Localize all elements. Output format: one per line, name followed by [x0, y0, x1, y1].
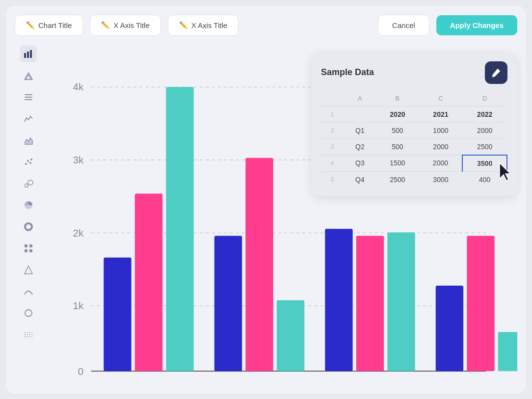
- svg-text:Q1: Q1: [143, 382, 158, 385]
- sidebar-icon-bubble[interactable]: [20, 175, 37, 192]
- svg-point-11: [30, 159, 32, 160]
- cell-1-3[interactable]: 1000: [419, 122, 463, 138]
- table-header-row: A B C D: [321, 91, 507, 106]
- col-header-d: D: [462, 91, 507, 106]
- sidebar-icon-mountain[interactable]: [20, 67, 37, 84]
- cell-3-1[interactable]: Q3: [344, 155, 376, 172]
- table-row: 4Q3150020003500: [321, 155, 507, 172]
- cell-0-2: 2020: [376, 106, 419, 122]
- apply-changes-button[interactable]: Apply Changes: [436, 15, 517, 35]
- sidebar-icon-arc[interactable]: [20, 283, 37, 300]
- bar-q1-2020: [104, 257, 131, 371]
- pencil-icon-xaxis1: ✏️: [101, 21, 109, 29]
- cancel-label: Cancel: [392, 21, 415, 29]
- svg-text:Q2: Q2: [252, 382, 267, 385]
- bar-q4-2021: [467, 236, 494, 371]
- bar-q2-2022: [277, 300, 304, 371]
- x-axis-title-label-2: X Axis Title: [191, 21, 227, 29]
- table-row: 5Q425003000400: [321, 171, 507, 187]
- svg-point-20: [25, 310, 32, 317]
- cell-0-0: 1: [321, 106, 344, 122]
- edit-data-button[interactable]: [485, 61, 507, 84]
- sidebar-icon-area[interactable]: [20, 132, 37, 149]
- cell-0-1: [344, 106, 376, 122]
- col-header-a: A: [344, 91, 376, 106]
- cell-2-4[interactable]: 2500: [462, 138, 507, 155]
- sample-data-panel: Sample Data A B C D: [311, 53, 517, 196]
- apply-changes-label: Apply Changes: [450, 21, 504, 29]
- svg-marker-19: [25, 266, 32, 274]
- cell-1-1[interactable]: Q1: [344, 122, 376, 138]
- col-header-empty: [321, 91, 344, 106]
- sidebar-icon-bar-chart[interactable]: [20, 46, 37, 62]
- chart-title-label: Chart Title: [38, 21, 72, 29]
- svg-text:Q3: Q3: [363, 382, 377, 385]
- cancel-button[interactable]: Cancel: [378, 15, 429, 36]
- sidebar-icon-pie[interactable]: [20, 197, 37, 213]
- bar-q3-2020: [325, 229, 352, 371]
- bar-q3-2022: [387, 232, 415, 371]
- bar-q3-2021: [356, 236, 384, 371]
- pencil-icon-xaxis2: ✏️: [179, 21, 187, 29]
- pencil-icon-chart: ✏️: [26, 21, 34, 29]
- cell-0-3: 2021: [419, 106, 463, 122]
- sidebar-icon-triangle[interactable]: [20, 262, 37, 278]
- svg-rect-7: [25, 99, 32, 100]
- sidebar-icon-circle[interactable]: [20, 305, 37, 321]
- table-row: 3Q250020002500: [321, 138, 507, 155]
- table-row: 1202020212022: [321, 106, 507, 122]
- cell-2-2[interactable]: 500: [376, 138, 419, 155]
- col-header-b: B: [376, 91, 419, 106]
- x-axis-title-label-1: X Axis Title: [113, 21, 149, 29]
- svg-text:0: 0: [78, 365, 83, 376]
- cell-3-3[interactable]: 2000: [419, 155, 463, 172]
- cell-4-2[interactable]: 2500: [376, 171, 419, 187]
- bar-q1-2022: [166, 87, 193, 371]
- col-header-c: C: [419, 91, 463, 106]
- svg-point-9: [27, 160, 29, 162]
- sample-data-table: A B C D 12020202120222Q1500100020003Q250…: [321, 91, 507, 187]
- svg-rect-18: [29, 249, 32, 252]
- cell-1-2[interactable]: 500: [376, 122, 419, 138]
- sidebar-icon-line[interactable]: [20, 110, 37, 127]
- svg-rect-5: [25, 94, 32, 95]
- sidebar-icon-donut[interactable]: [20, 218, 37, 235]
- svg-rect-15: [25, 244, 27, 247]
- cell-4-4[interactable]: 400: [462, 171, 507, 187]
- svg-point-14: [25, 223, 32, 230]
- x-axis-title-button-2[interactable]: ✏️ X Axis Title: [168, 15, 239, 36]
- sidebar-icon-list[interactable]: [20, 89, 37, 106]
- bar-q4-2020: [436, 286, 463, 371]
- svg-text:Q4: Q4: [474, 382, 488, 385]
- cell-0-4: 2022: [462, 106, 507, 122]
- sidebar-icon-scatter[interactable]: [20, 154, 37, 170]
- cell-4-0: 5: [321, 171, 344, 187]
- svg-marker-4: [26, 75, 31, 80]
- toolbar: ✏️ Chart Title ✏️ X Axis Title ✏️ X Axis…: [15, 15, 517, 36]
- svg-point-8: [25, 163, 27, 165]
- cell-3-2[interactable]: 1500: [376, 155, 419, 172]
- cell-1-0: 2: [321, 122, 344, 138]
- sidebar-icon-dots[interactable]: [20, 326, 37, 343]
- cell-4-1[interactable]: Q4: [344, 171, 376, 187]
- svg-rect-0: [24, 53, 26, 58]
- cell-4-3[interactable]: 3000: [419, 171, 463, 187]
- svg-text:3k: 3k: [73, 154, 84, 165]
- chart-title-button[interactable]: ✏️ Chart Title: [15, 15, 83, 36]
- bar-q2-2021: [245, 158, 273, 371]
- content-area: 4k 3k 2k 1k 0: [15, 43, 517, 385]
- chart-area: 4k 3k 2k 1k 0: [42, 43, 517, 385]
- bar-q1-2021: [135, 193, 162, 371]
- cell-2-3[interactable]: 2000: [419, 138, 463, 155]
- svg-rect-1: [27, 52, 29, 58]
- x-axis-title-button-1[interactable]: ✏️ X Axis Title: [90, 15, 160, 36]
- cell-3-4[interactable]: 3500: [462, 155, 507, 172]
- bar-q2-2020: [214, 236, 242, 371]
- svg-rect-16: [29, 244, 32, 247]
- bar-q4-2022: [498, 332, 517, 371]
- svg-text:4k: 4k: [73, 81, 84, 92]
- sample-data-title: Sample Data: [321, 67, 374, 78]
- cell-2-1[interactable]: Q2: [344, 138, 376, 155]
- sidebar-icon-grid[interactable]: [20, 240, 37, 257]
- cell-1-4[interactable]: 2000: [462, 122, 507, 138]
